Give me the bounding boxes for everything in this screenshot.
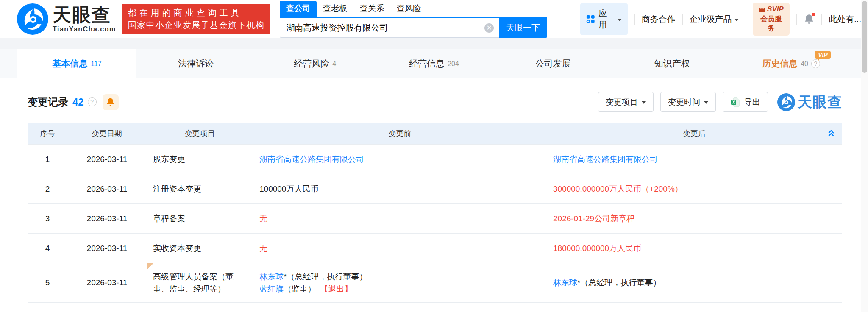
crown-icon bbox=[759, 6, 765, 12]
tab-history[interactable]: 历史信息40?VIP bbox=[732, 49, 851, 78]
export-button[interactable]: 导出 bbox=[723, 92, 768, 112]
cell-link[interactable]: 湖南省高速公路集团有限公司 bbox=[553, 155, 658, 164]
cell-link[interactable]: 林东球 bbox=[553, 278, 577, 287]
column-header: 变更后 bbox=[547, 123, 842, 144]
column-header: 序号 bbox=[28, 123, 67, 144]
cell-item: 章程备案 bbox=[147, 204, 253, 233]
cell-item: 实收资本变更 bbox=[147, 234, 253, 263]
tab-label: 知识产权 bbox=[654, 58, 690, 70]
filter-change-time-label: 变更时间 bbox=[668, 97, 700, 108]
tab-count: 4 bbox=[332, 60, 336, 68]
nav-enterprise-products[interactable]: 企业级产品 bbox=[690, 14, 739, 25]
cell-line: 180000.000000万人民币 bbox=[553, 242, 836, 254]
tab-count: 40 bbox=[801, 60, 808, 68]
page-scrollbar[interactable] bbox=[861, 0, 868, 312]
cell-text: 实收资本变更 bbox=[153, 242, 247, 254]
subscribe-bell-button[interactable] bbox=[103, 94, 119, 110]
vip-badge: VIP bbox=[815, 51, 831, 59]
cell-text: 注册资本变更 bbox=[153, 183, 247, 195]
tab-count: 204 bbox=[448, 60, 459, 68]
tab-basic-info[interactable]: 基本信息117 bbox=[17, 49, 136, 78]
search-tab[interactable]: 查关系 bbox=[353, 1, 390, 17]
promo-banner[interactable]: 都在用的商业查询工具 国家中小企业发展子基金旗下机构 bbox=[122, 4, 271, 34]
cell-line: 湖南省高速公路集团有限公司 bbox=[259, 153, 541, 165]
cell-line: 湖南省高速公路集团有限公司 bbox=[553, 153, 836, 165]
search-button[interactable]: 天眼一下 bbox=[499, 18, 547, 38]
cell-before: 林东球*（总经理，执行董事）蓝红旗（监事） 【退出】 bbox=[253, 263, 547, 302]
filter-change-item-button[interactable]: 变更项目 bbox=[598, 92, 654, 112]
tab-label: 基本信息 bbox=[52, 58, 88, 70]
top-nav: 应用 商务合作 企业级产品 SVIP 会员服务 bbox=[580, 3, 868, 36]
section-count: 42 bbox=[72, 96, 84, 108]
cell-no: 3 bbox=[28, 204, 67, 233]
cell-link[interactable]: 蓝红旗 bbox=[259, 284, 284, 293]
cell-date: 2026-03-11 bbox=[67, 234, 147, 263]
cell-after: 180000.000000万人民币 bbox=[547, 234, 842, 263]
nav-business-cooperation[interactable]: 商务合作 bbox=[642, 14, 676, 25]
tab-label: 历史信息 bbox=[762, 58, 798, 70]
cell-link[interactable]: 林东球 bbox=[259, 272, 284, 281]
cell-date: 2026-03-11 bbox=[67, 204, 147, 233]
clear-search-icon[interactable]: ✕ bbox=[484, 23, 494, 33]
cell-line: 无 bbox=[259, 212, 541, 225]
search-tab[interactable]: 查老板 bbox=[317, 1, 353, 17]
export-label: 导出 bbox=[744, 97, 760, 108]
cell-line: 蓝红旗（监事） 【退出】 bbox=[259, 283, 541, 295]
cell-after: 300000.000000万人民币（+200%） bbox=[547, 174, 842, 203]
cell-line: 300000.000000万人民币（+200%） bbox=[553, 183, 836, 195]
search-input[interactable] bbox=[280, 18, 499, 38]
corner-flag-icon bbox=[147, 263, 153, 270]
cell-link[interactable]: 湖南省高速公路集团有限公司 bbox=[259, 155, 364, 164]
column-header: 变更日期 bbox=[67, 123, 147, 144]
cell-line: 无 bbox=[259, 242, 541, 254]
tab-business[interactable]: 经营信息204 bbox=[375, 49, 494, 78]
cell-item: 高级管理人员备案（董事、监事、经理等） bbox=[147, 263, 253, 302]
excel-icon bbox=[730, 97, 740, 107]
chevron-down-icon bbox=[704, 101, 708, 104]
cell-text: 【退出】 bbox=[320, 284, 353, 293]
table-row: 22026-03-11注册资本变更100000万人民币300000.000000… bbox=[28, 174, 842, 203]
watermark-label: 天眼查 bbox=[798, 92, 842, 112]
tab-ip[interactable]: 知识产权 bbox=[612, 49, 732, 78]
user-label: 此处有... bbox=[829, 14, 861, 25]
notifications-bell-button[interactable] bbox=[804, 14, 815, 25]
search-tabs: 查公司查老板查关系查风险 bbox=[280, 1, 547, 18]
cell-before: 100000万人民币 bbox=[253, 174, 547, 203]
help-icon[interactable]: ? bbox=[88, 98, 97, 106]
apps-label: 应用 bbox=[598, 8, 614, 31]
cell-after: 湖南省高速公路集团有限公司 bbox=[547, 145, 842, 174]
change-record-table: 序号变更日期变更项目变更前变更后12026-03-11股东变更湖南省高速公路集团… bbox=[28, 123, 842, 306]
tab-legal[interactable]: 法律诉讼 bbox=[136, 49, 256, 78]
section-header: 变更记录 42 ? 变更项目 变更时间 bbox=[28, 92, 842, 112]
svip-member-button[interactable]: SVIP 会员服务 bbox=[753, 3, 790, 36]
table-header-row: 序号变更日期变更项目变更前变更后 bbox=[28, 123, 842, 144]
tianyancha-swirl-icon bbox=[777, 93, 795, 111]
filter-change-time-button[interactable]: 变更时间 bbox=[660, 92, 716, 112]
notification-dot bbox=[811, 12, 816, 17]
collapse-table-icon[interactable] bbox=[826, 128, 836, 140]
logo-text: 天眼查 TianYanCha.com bbox=[53, 6, 116, 33]
search-tab[interactable]: 查公司 bbox=[280, 1, 317, 17]
scrollbar-thumb[interactable] bbox=[862, 1, 867, 73]
tab-risk[interactable]: 经营风险4 bbox=[256, 49, 375, 78]
cell-text: （监事） bbox=[284, 284, 320, 293]
logo-wordmark: 天眼查 bbox=[53, 6, 116, 24]
cell-before: 湖南省高速公路集团有限公司 bbox=[253, 145, 547, 174]
page: 天眼查 TianYanCha.com 都在用的商业查询工具 国家中小企业发展子基… bbox=[0, 0, 868, 312]
search-tab[interactable]: 查风险 bbox=[390, 1, 427, 17]
chevron-down-icon bbox=[642, 101, 646, 104]
cell-text: 无 bbox=[259, 244, 267, 253]
svip-label: SVIP bbox=[767, 5, 784, 14]
cell-line: 100000万人民币 bbox=[259, 183, 541, 195]
tab-development[interactable]: 公司发展 bbox=[493, 49, 612, 78]
search-row: ✕ 天眼一下 bbox=[280, 18, 547, 38]
table-row: 52026-03-11高级管理人员备案（董事、监事、经理等）林东球*（总经理，执… bbox=[28, 263, 842, 302]
cell-no: 1 bbox=[28, 145, 67, 174]
cell-no: 2 bbox=[28, 174, 67, 203]
tianyancha-logo[interactable]: 天眼查 TianYanCha.com bbox=[17, 3, 116, 35]
cell-text: 100000万人民币 bbox=[259, 184, 318, 193]
apps-menu-button[interactable]: 应用 bbox=[580, 3, 628, 35]
cell-after: 2026-01-29公司新章程 bbox=[547, 204, 842, 233]
svip-top-line: SVIP bbox=[758, 5, 785, 14]
cell-text: 2026-01-29公司新章程 bbox=[553, 214, 634, 223]
